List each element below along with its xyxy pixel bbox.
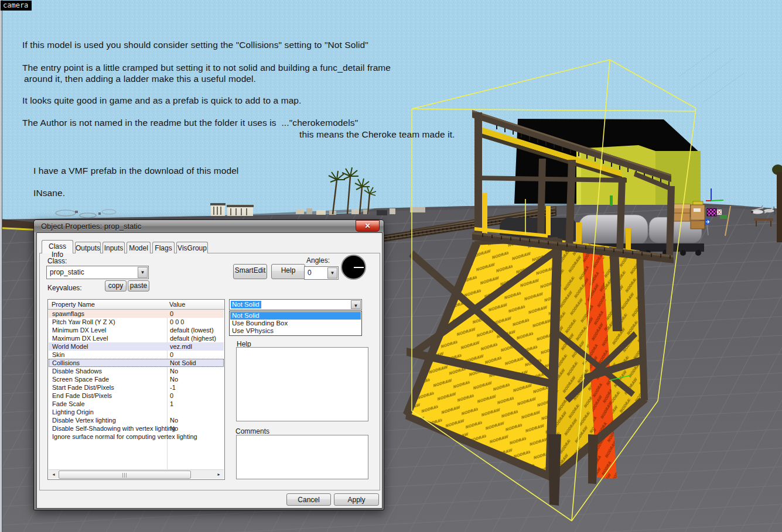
apply-button[interactable]: Apply: [334, 493, 379, 506]
comments-textarea[interactable]: [236, 435, 368, 479]
scroll-left-icon[interactable]: ◂: [49, 471, 58, 479]
table-header: Property Name Value: [48, 300, 224, 310]
class-combobox[interactable]: prop_static ▼: [46, 266, 149, 279]
chevron-down-icon[interactable]: ▼: [138, 267, 148, 278]
table-row[interactable]: Screen Space FadeNo: [49, 375, 224, 383]
angles-combobox[interactable]: 0 ▼: [304, 266, 339, 280]
object-properties-dialog: Object Properties: prop_static ✕ Class I…: [33, 219, 384, 510]
dropdown-option[interactable]: Use VPhysics: [230, 327, 361, 335]
scroll-right-icon[interactable]: ▸: [214, 471, 223, 479]
paste-button[interactable]: paste: [128, 280, 149, 291]
tab-inputs[interactable]: Inputs: [103, 242, 125, 253]
tab-flags[interactable]: Flags: [152, 242, 175, 253]
class-value: prop_static: [50, 268, 84, 276]
table-row[interactable]: End Fade Dist/Pixels0: [49, 392, 224, 400]
horizon-white-structures: [210, 203, 254, 216]
scrollbar-thumb[interactable]: [59, 471, 191, 479]
angles-label: Angles:: [306, 256, 330, 265]
chevron-down-icon[interactable]: ▼: [327, 267, 337, 279]
annotation-line-3: It looks quite good in game and as a pre…: [22, 95, 302, 106]
table-row[interactable]: Disable ShadowsNo: [49, 367, 224, 375]
hammer-editor-screenshot: NODRAW NODRAW NODRAW NODRAW NODRAW NODRA…: [0, 0, 782, 532]
annotation-line-2a: The entry point is a little cramped but …: [22, 63, 391, 73]
annotation-line-1: If this model is used you should conside…: [22, 40, 368, 50]
tab-outputs[interactable]: Outputs: [75, 242, 101, 253]
help-button[interactable]: Help: [271, 264, 305, 279]
comments-label: Comments: [235, 427, 269, 435]
horizontal-scrollbar[interactable]: ◂ ▸: [49, 469, 224, 479]
keyvalues-label: Keyvalues:: [47, 284, 82, 292]
annotation-line-5: this means the Cheroke team made it.: [299, 129, 455, 140]
table-row-collisions-selected[interactable]: CollisionsNot Solid: [49, 359, 224, 367]
collisions-combobox[interactable]: Not Solid ▼: [229, 299, 362, 310]
dialog-titlebar[interactable]: Object Properties: prop_static: [34, 220, 384, 232]
table-row[interactable]: spawnflags0: [49, 310, 224, 318]
table-row[interactable]: Maximum DX Leveldefault (highest): [49, 334, 224, 342]
annotation-line-6: I have a VMF prefab in the download of t…: [33, 166, 238, 176]
angle-dial-pointer: [354, 267, 364, 268]
table-row[interactable]: Minimum DX Leveldefault (lowest): [49, 326, 224, 334]
table-row[interactable]: Disable Vertex lightingNo: [49, 416, 224, 424]
table-row[interactable]: Lighting Origin: [49, 408, 224, 416]
copy-button[interactable]: copy: [105, 280, 127, 291]
close-icon: ✕: [364, 222, 370, 230]
header-value: Value: [169, 301, 185, 308]
tab-class-info[interactable]: Class Info: [42, 240, 73, 253]
help-textbox: [236, 347, 368, 421]
angle-dial[interactable]: [341, 255, 366, 280]
tab-model[interactable]: Model: [127, 242, 151, 253]
angles-value: 0: [308, 269, 312, 277]
annotation-line-7: INsane.: [33, 188, 65, 198]
scrollbar-grip: [122, 473, 127, 478]
chevron-down-icon[interactable]: ▼: [351, 300, 361, 309]
close-button[interactable]: ✕: [356, 220, 380, 232]
cancel-button[interactable]: Cancel: [286, 493, 331, 506]
dialog-title: Object Properties: prop_static: [41, 222, 141, 231]
table-row[interactable]: Pitch Yaw Roll (Y Z X)0 0 0: [49, 318, 224, 326]
tab-visgroup[interactable]: VisGroup: [176, 242, 208, 253]
table-row[interactable]: World Modelvez.mdl: [49, 342, 224, 351]
collisions-selected-value: Not Solid: [231, 301, 261, 308]
annotation-line-4: The Author is not named in the readme bu…: [22, 118, 358, 128]
camera-view-label: camera: [1, 1, 32, 11]
table-row[interactable]: Fade Scale1: [49, 400, 224, 408]
viewport-border: [0, 0, 2, 532]
header-property-name: Property Name: [52, 301, 95, 308]
table-row[interactable]: Skin0: [49, 351, 224, 359]
smartedit-button[interactable]: SmartEdit: [233, 264, 267, 279]
property-table[interactable]: Property Name Value spawnflags0 Pitch Ya…: [47, 299, 225, 480]
table-row[interactable]: Start Fade Dist/Pixels-1: [49, 383, 224, 392]
table-row[interactable]: Disable Self-Shadowing with vertex light…: [49, 424, 224, 433]
dropdown-option[interactable]: Use Bounding Box: [230, 320, 361, 327]
collisions-dropdown-list: Not Solid Use Bounding Box Use VPhysics: [229, 311, 362, 336]
dropdown-option[interactable]: Not Solid: [230, 312, 361, 320]
annotation-line-2b: around it, then adding a ladder make thi…: [24, 74, 256, 84]
table-row[interactable]: Ignore surface normal for computing vert…: [49, 433, 224, 441]
